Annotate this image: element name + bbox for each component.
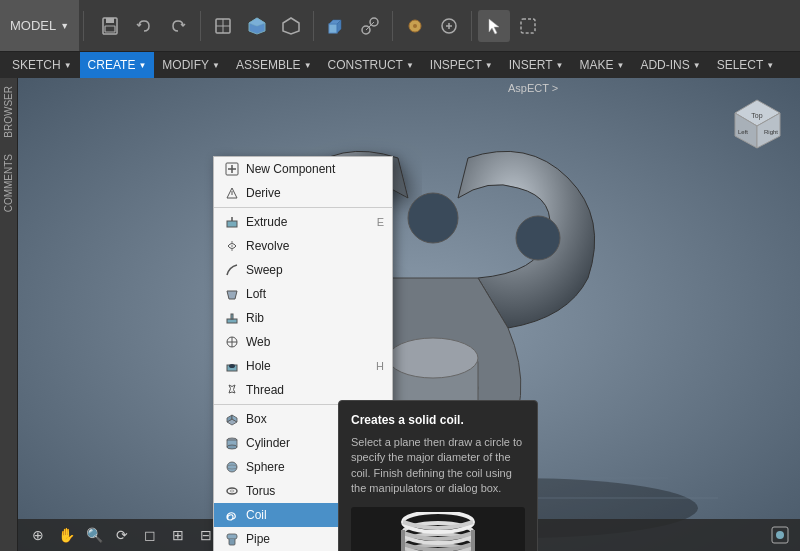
pan-icon[interactable]: ✋	[54, 523, 78, 547]
menu-make-label: MAKE	[579, 58, 613, 72]
menu-sketch-arrow: ▼	[64, 61, 72, 70]
toolbar-sep-3	[313, 11, 314, 41]
menu-sketch[interactable]: SKETCH ▼	[4, 52, 80, 78]
tooltip-preview	[351, 507, 525, 551]
cursor-icon[interactable]	[478, 10, 510, 42]
grid-icon[interactable]: ⊞	[166, 523, 190, 547]
svg-point-25	[516, 216, 560, 260]
thread-icon	[224, 382, 240, 398]
svg-point-57	[227, 462, 237, 472]
cylinder-icon	[224, 435, 240, 451]
extrude-label: Extrude	[246, 215, 371, 229]
menu-addins[interactable]: ADD-INS ▼	[632, 52, 708, 78]
sketch-icon[interactable]	[207, 10, 239, 42]
menu-item-sweep[interactable]: Sweep	[214, 258, 392, 282]
solid-icon[interactable]	[241, 10, 273, 42]
menu-item-derive[interactable]: Derive	[214, 181, 392, 205]
svg-point-90	[776, 531, 784, 539]
menu-assemble[interactable]: ASSEMBLE ▼	[228, 52, 320, 78]
model-menu[interactable]: MODEL ▼	[0, 0, 79, 51]
hole-label: Hole	[246, 359, 370, 373]
menu-item-rib[interactable]: Rib	[214, 306, 392, 330]
svg-marker-8	[283, 18, 299, 34]
svg-text:Top: Top	[751, 112, 762, 120]
menu-item-revolve[interactable]: Revolve	[214, 234, 392, 258]
loft-icon	[224, 286, 240, 302]
menu-sketch-label: SKETCH	[12, 58, 61, 72]
menu-create-arrow: ▼	[138, 61, 146, 70]
surface-icon[interactable]	[275, 10, 307, 42]
menu-item-new-component[interactable]: New Component	[214, 157, 392, 181]
views-icon[interactable]: ◻	[138, 523, 162, 547]
menu-modify[interactable]: MODIFY ▼	[154, 52, 228, 78]
menu-item-extrude[interactable]: Extrude E	[214, 210, 392, 234]
svg-text:Left: Left	[738, 129, 748, 135]
menu-item-thread[interactable]: Thread	[214, 378, 392, 402]
menu-select-label: SELECT	[717, 58, 764, 72]
joint-icon[interactable]	[354, 10, 386, 42]
menu-inspect-label: INSPECT	[430, 58, 482, 72]
toolbar-sep-1	[83, 11, 84, 41]
svg-text:Right: Right	[764, 129, 778, 135]
left-sidebar: BROWSER COMMENTS	[0, 78, 18, 551]
menu-inspect[interactable]: INSPECT ▼	[422, 52, 501, 78]
thread-label: Thread	[246, 383, 384, 397]
menu-addins-label: ADD-INS	[640, 58, 689, 72]
rib-icon	[224, 310, 240, 326]
pipe-icon	[224, 531, 240, 547]
menu-modify-label: MODIFY	[162, 58, 209, 72]
motion-icon[interactable]	[433, 10, 465, 42]
sidebar-tab-browser[interactable]: BROWSER	[1, 78, 16, 146]
menu-make-arrow: ▼	[616, 61, 624, 70]
model-label: MODEL	[10, 18, 56, 33]
svg-rect-40	[227, 221, 237, 227]
view-cube[interactable]: Top Left Right	[725, 88, 790, 153]
menu-create[interactable]: CREATE ▼	[80, 52, 155, 78]
undo-icon[interactable]	[128, 10, 160, 42]
menu-item-hole[interactable]: Hole H	[214, 354, 392, 378]
menu-select[interactable]: SELECT ▼	[709, 52, 783, 78]
select-icon[interactable]	[512, 10, 544, 42]
viewport[interactable]: Top Left Right AspECT > New Component	[18, 78, 800, 551]
menu-insert-label: INSERT	[509, 58, 553, 72]
menu-construct-arrow: ▼	[406, 61, 414, 70]
svg-point-60	[230, 490, 234, 492]
coil-icon	[224, 507, 240, 523]
menu-make[interactable]: MAKE ▼	[571, 52, 632, 78]
menu-item-web[interactable]: Web	[214, 330, 392, 354]
svg-rect-1	[106, 18, 114, 23]
svg-point-56	[227, 445, 237, 449]
coil-tooltip: Creates a solid coil. Select a plane the…	[338, 400, 538, 551]
render-mode-icon[interactable]	[768, 523, 792, 547]
menu-assemble-arrow: ▼	[304, 61, 312, 70]
zoom-icon[interactable]: 🔍	[82, 523, 106, 547]
toolbar-sep-2	[200, 11, 201, 41]
torus-icon	[224, 483, 240, 499]
menu-addins-arrow: ▼	[693, 61, 701, 70]
redo-icon[interactable]	[162, 10, 194, 42]
fit-icon[interactable]: ⟳	[110, 523, 134, 547]
main-area: BROWSER COMMENTS	[0, 78, 800, 551]
web-label: Web	[246, 335, 384, 349]
derive-label: Derive	[246, 186, 384, 200]
extrude-shortcut: E	[377, 216, 384, 228]
derive-icon	[224, 185, 240, 201]
menu-construct[interactable]: CONSTRUCT ▼	[320, 52, 422, 78]
toolbar-sep-5	[471, 11, 472, 41]
toolbar-icons-group	[88, 10, 550, 42]
aspect-label: AspECT >	[508, 82, 558, 94]
menu-modify-arrow: ▼	[212, 61, 220, 70]
assemble-icon[interactable]	[399, 10, 431, 42]
toolbar-sep-4	[392, 11, 393, 41]
svg-rect-18	[521, 19, 535, 33]
menu-insert[interactable]: INSERT ▼	[501, 52, 572, 78]
loft-label: Loft	[246, 287, 384, 301]
menu-item-loft[interactable]: Loft	[214, 282, 392, 306]
revolve-icon	[224, 238, 240, 254]
orbit-icon[interactable]: ⊕	[26, 523, 50, 547]
sidebar-tab-comments[interactable]: COMMENTS	[1, 146, 16, 220]
svg-rect-45	[231, 314, 233, 319]
save-icon[interactable]	[94, 10, 126, 42]
component-icon[interactable]	[320, 10, 352, 42]
svg-rect-44	[227, 319, 237, 323]
